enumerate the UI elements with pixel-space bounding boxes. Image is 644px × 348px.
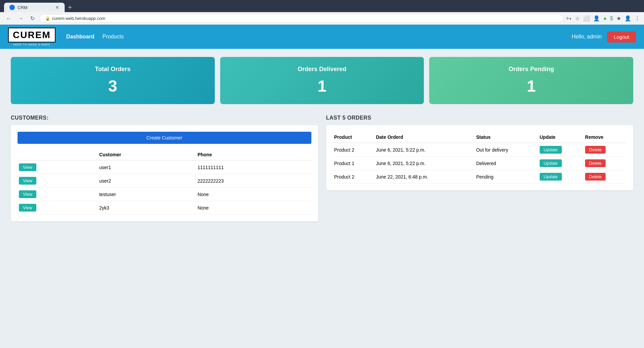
- stats-row: Total Orders 3 Orders Delivered 1 Orders…: [11, 57, 633, 104]
- extension-icon-5[interactable]: ★: [616, 15, 621, 22]
- stat-orders-delivered: Orders Delivered 1: [220, 57, 424, 104]
- delete-order-button[interactable]: Delete: [585, 159, 606, 167]
- profile-avatar[interactable]: 👤: [624, 15, 631, 22]
- active-tab[interactable]: CRM ✕: [4, 3, 65, 12]
- menu-icon[interactable]: ⋮: [635, 15, 640, 22]
- view-customer-button[interactable]: View: [19, 204, 36, 212]
- reload-button[interactable]: ↻: [28, 14, 37, 22]
- order-delete-cell: Delete: [584, 157, 626, 170]
- col-remove: Remove: [584, 132, 626, 143]
- col-product: Product: [333, 132, 375, 143]
- order-update-cell: Update: [538, 157, 584, 170]
- customer-phone: 1111111111: [196, 160, 311, 174]
- table-row: Product 2 June 6, 2021, 5:22 p.m. Out fo…: [333, 143, 627, 157]
- customers-section: CUSTOMERS: Create Customer Customer Phon…: [11, 115, 318, 221]
- update-order-button[interactable]: Update: [540, 159, 562, 167]
- navbar-right: Hello, admin Logout: [572, 31, 636, 42]
- order-delete-cell: Delete: [584, 143, 626, 157]
- order-status: Delivered: [475, 157, 538, 170]
- stat-title-0: Total Orders: [95, 66, 131, 73]
- tab-close-button[interactable]: ✕: [55, 5, 59, 10]
- navbar: CUREM HERE TO MAKE A MARK Dashboard Prod…: [0, 25, 644, 49]
- logo-text: CUREM: [8, 28, 56, 42]
- col-date: Date Orderd: [375, 132, 475, 143]
- key-icon[interactable]: 🗝: [566, 15, 572, 22]
- table-row: Product 1 June 6, 2021, 5:22 p.m. Delive…: [333, 157, 627, 170]
- table-row: View testuser None: [18, 188, 311, 201]
- customer-name: testuser: [98, 188, 196, 201]
- extension-icon-4[interactable]: $: [610, 15, 613, 22]
- url-text: curem-web.herokuapp.com: [52, 16, 105, 21]
- view-cell: View: [18, 188, 98, 201]
- table-row: View user1 1111111111: [18, 160, 311, 174]
- view-cell: View: [18, 201, 98, 215]
- back-button[interactable]: ←: [4, 15, 13, 22]
- customer-phone: None: [196, 201, 311, 215]
- stat-title-1: Orders Delivered: [298, 66, 346, 73]
- logo-sub: HERE TO MAKE A MARK: [13, 43, 50, 46]
- create-customer-button[interactable]: Create Customer: [18, 132, 311, 144]
- nav-dashboard[interactable]: Dashboard: [66, 34, 95, 40]
- extension-icon-3[interactable]: ●: [603, 15, 607, 22]
- stat-orders-pending: Orders Pending 1: [429, 57, 633, 104]
- brand: CUREM HERE TO MAKE A MARK: [8, 28, 56, 46]
- extension-icon-2[interactable]: 👤: [593, 15, 600, 22]
- order-date: June 6, 2021, 5:22 p.m.: [375, 143, 475, 157]
- col-update: Update: [538, 132, 584, 143]
- customers-table: Customer Phone View user1 1111111111 Vie…: [18, 149, 311, 215]
- delete-order-button[interactable]: Delete: [585, 146, 606, 154]
- order-product: Product 2: [333, 143, 375, 157]
- order-date: June 22, 2021, 6:48 p.m.: [375, 170, 475, 184]
- view-customer-button[interactable]: View: [19, 190, 36, 198]
- star-icon[interactable]: ☆: [575, 15, 580, 22]
- new-tab-button[interactable]: +: [66, 4, 74, 11]
- orders-card: Product Date Orderd Status Update Remove…: [326, 125, 634, 190]
- view-cell: View: [18, 174, 98, 188]
- extension-icon-1[interactable]: ⬜: [583, 15, 590, 22]
- tab-favicon: [9, 5, 15, 10]
- stat-value-1: 1: [317, 77, 327, 95]
- browser-controls: ← → ↻ 🔒 curem-web.herokuapp.com 🗝 ☆ ⬜ 👤 …: [0, 12, 644, 25]
- view-cell: View: [18, 160, 98, 174]
- customers-card: Create Customer Customer Phone View user…: [11, 125, 318, 221]
- customer-phone: 2222222223: [196, 174, 311, 188]
- orders-title: LAST 5 ORDERS: [326, 115, 634, 121]
- customer-name: 2yk3: [98, 201, 196, 215]
- address-bar[interactable]: 🔒 curem-web.herokuapp.com: [39, 14, 564, 23]
- browser-chrome: CRM ✕ +: [0, 0, 644, 12]
- order-status: Out for delivery: [475, 143, 538, 157]
- col-phone: Phone: [196, 149, 311, 160]
- table-row: View 2yk3 None: [18, 201, 311, 215]
- main-content: Total Orders 3 Orders Delivered 1 Orders…: [0, 49, 644, 346]
- col-status: Status: [475, 132, 538, 143]
- update-order-button[interactable]: Update: [540, 173, 562, 181]
- logout-button[interactable]: Logout: [607, 31, 636, 42]
- tab-title: CRM: [18, 5, 28, 10]
- lock-icon: 🔒: [45, 16, 50, 21]
- section-row: CUSTOMERS: Create Customer Customer Phon…: [11, 115, 633, 221]
- order-product: Product 1: [333, 157, 375, 170]
- navbar-links: Dashboard Products: [66, 34, 572, 40]
- customers-title: CUSTOMERS:: [11, 115, 318, 121]
- customer-phone: None: [196, 188, 311, 201]
- table-row: View user2 2222222223: [18, 174, 311, 188]
- nav-products[interactable]: Products: [102, 34, 124, 40]
- table-row: Product 2 June 22, 2021, 6:48 p.m. Pendi…: [333, 170, 627, 184]
- order-update-cell: Update: [538, 170, 584, 184]
- customer-name: user2: [98, 174, 196, 188]
- order-status: Pending: [475, 170, 538, 184]
- greeting-text: Hello, admin: [572, 34, 602, 40]
- forward-button[interactable]: →: [16, 15, 26, 22]
- view-customer-button[interactable]: View: [19, 177, 36, 185]
- stat-value-0: 3: [108, 77, 117, 95]
- stat-title-2: Orders Pending: [509, 66, 554, 73]
- delete-order-button[interactable]: Delete: [585, 173, 606, 181]
- view-customer-button[interactable]: View: [19, 163, 36, 171]
- orders-section: LAST 5 ORDERS Product Date Orderd Status…: [326, 115, 634, 190]
- col-action: [18, 149, 98, 160]
- customer-name: user1: [98, 160, 196, 174]
- update-order-button[interactable]: Update: [540, 146, 562, 154]
- browser-toolbar: 🗝 ☆ ⬜ 👤 ● $ ★ 👤 ⋮: [566, 15, 640, 22]
- orders-table: Product Date Orderd Status Update Remove…: [333, 132, 627, 184]
- stat-total-orders: Total Orders 3: [11, 57, 215, 104]
